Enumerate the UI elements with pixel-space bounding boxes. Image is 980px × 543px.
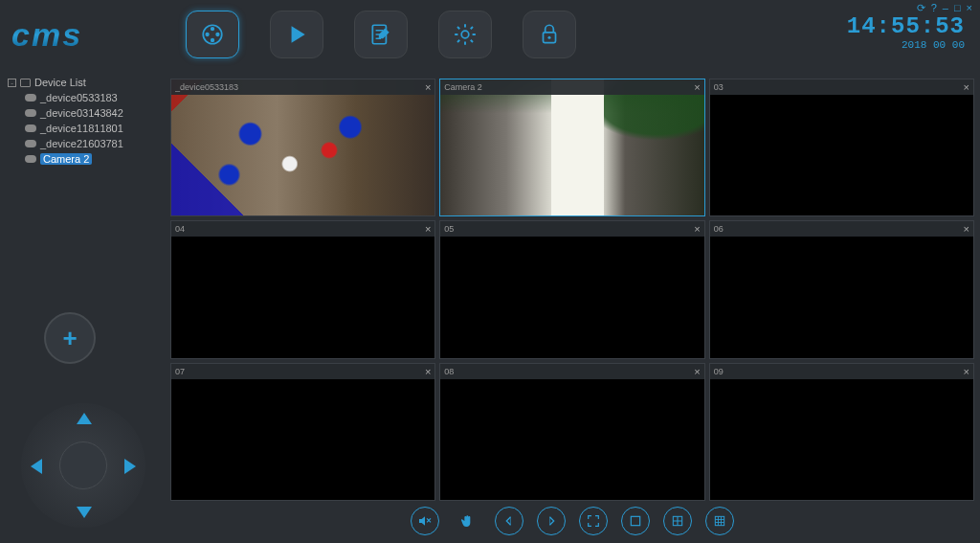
clock-time: 14:55:53 bbox=[847, 13, 965, 39]
cell-title: Camera 2 bbox=[444, 82, 694, 92]
tree-root-label: Device List bbox=[34, 77, 86, 88]
camera-feed bbox=[440, 79, 703, 215]
svg-rect-9 bbox=[631, 516, 639, 525]
video-cell[interactable]: 05× bbox=[439, 220, 704, 358]
video-cell[interactable]: Camera 2× bbox=[439, 79, 704, 216]
camera-feed bbox=[171, 79, 434, 215]
sidebar: - Device List _device0533183 _device0314… bbox=[0, 69, 170, 543]
cloud-icon bbox=[25, 155, 36, 163]
live-view-button[interactable] bbox=[186, 11, 239, 58]
gear-icon bbox=[453, 22, 478, 47]
hand-icon bbox=[459, 513, 475, 529]
cloud-icon bbox=[25, 94, 36, 102]
play-icon bbox=[284, 22, 309, 47]
cell-header: 09× bbox=[710, 364, 973, 379]
add-device-button[interactable]: + bbox=[44, 312, 96, 364]
cell-title: 09 bbox=[714, 367, 964, 376]
grid-4-icon bbox=[670, 513, 685, 529]
ptz-down-button[interactable] bbox=[77, 507, 92, 518]
fullscreen-button[interactable] bbox=[579, 507, 608, 535]
tree-item-label: _device11811801 bbox=[40, 123, 123, 134]
drag-button[interactable] bbox=[453, 507, 481, 535]
tree-item[interactable]: _device03143842 bbox=[8, 105, 163, 121]
cell-title: 04 bbox=[175, 224, 425, 234]
document-edit-icon bbox=[368, 22, 393, 47]
ptz-up-button[interactable] bbox=[77, 413, 92, 424]
plus-icon: + bbox=[62, 324, 77, 353]
cell-title: 06 bbox=[714, 224, 964, 234]
page-next-icon bbox=[544, 513, 559, 529]
tree-item[interactable]: _device11811801 bbox=[8, 121, 163, 136]
speaker-mute-icon bbox=[417, 513, 433, 529]
cell-close-button[interactable]: × bbox=[694, 223, 700, 235]
cell-close-button[interactable]: × bbox=[425, 81, 431, 93]
collapse-icon[interactable]: - bbox=[8, 79, 16, 87]
cell-close-button[interactable]: × bbox=[694, 366, 700, 377]
mute-button[interactable] bbox=[411, 507, 439, 535]
fullscreen-icon bbox=[586, 513, 601, 529]
cell-title: 03 bbox=[714, 82, 964, 92]
cell-header: _device0533183× bbox=[171, 79, 434, 95]
log-button[interactable] bbox=[354, 11, 408, 58]
svg-point-2 bbox=[215, 33, 219, 36]
cloud-icon bbox=[25, 140, 36, 147]
video-cell[interactable]: _device0533183× bbox=[170, 79, 435, 216]
lock-button[interactable] bbox=[523, 11, 576, 58]
top-bar: cms 14:55:53 2018 00 00 bbox=[0, 0, 980, 69]
cell-close-button[interactable]: × bbox=[694, 81, 700, 93]
svg-point-4 bbox=[211, 38, 214, 42]
cell-header: 06× bbox=[710, 221, 973, 237]
main-toolbar bbox=[186, 11, 576, 58]
video-cell[interactable]: 09× bbox=[709, 363, 974, 501]
app-logo: cms bbox=[11, 16, 174, 54]
video-cell[interactable]: 08× bbox=[439, 363, 704, 501]
video-cell[interactable]: 07× bbox=[170, 363, 435, 501]
cell-header: 04× bbox=[171, 221, 434, 237]
clock: 14:55:53 2018 00 00 bbox=[847, 13, 965, 51]
ptz-ring bbox=[21, 403, 145, 528]
ptz-center-button[interactable] bbox=[59, 441, 107, 489]
svg-rect-11 bbox=[715, 516, 724, 525]
ptz-left-button[interactable] bbox=[31, 459, 42, 474]
page-prev-icon bbox=[501, 513, 517, 529]
bottom-toolbar bbox=[170, 503, 974, 539]
cloud-icon bbox=[25, 109, 36, 117]
tree-item-label: _device0533183 bbox=[40, 92, 118, 103]
video-grid: _device0533183×Camera 2×03×04×05×06×07×0… bbox=[170, 79, 974, 501]
playback-button[interactable] bbox=[270, 11, 323, 58]
cell-header: 07× bbox=[171, 364, 434, 379]
video-cell[interactable]: 04× bbox=[170, 220, 435, 358]
cell-close-button[interactable]: × bbox=[425, 366, 431, 377]
ptz-right-button[interactable] bbox=[124, 459, 136, 474]
layout-1-button[interactable] bbox=[621, 507, 650, 535]
cell-header: 03× bbox=[710, 79, 973, 95]
device-tree: - Device List _device0533183 _device0314… bbox=[0, 69, 170, 172]
settings-button[interactable] bbox=[438, 11, 492, 58]
cell-header: 08× bbox=[440, 364, 703, 379]
next-page-button[interactable] bbox=[537, 507, 566, 535]
cell-close-button[interactable]: × bbox=[964, 81, 969, 93]
monitor-icon bbox=[20, 79, 31, 87]
cell-title: 05 bbox=[444, 224, 694, 234]
clock-date: 2018 00 00 bbox=[847, 39, 965, 51]
ptz-control bbox=[21, 403, 145, 528]
tree-item[interactable]: _device0533183 bbox=[8, 90, 163, 105]
cell-close-button[interactable]: × bbox=[964, 223, 969, 235]
layout-9-button[interactable] bbox=[705, 507, 734, 535]
grid-1-icon bbox=[628, 513, 643, 529]
cell-close-button[interactable]: × bbox=[425, 223, 431, 235]
close-window-icon[interactable]: × bbox=[967, 2, 972, 14]
video-grid-area: _device0533183×Camera 2×03×04×05×06×07×0… bbox=[170, 79, 974, 501]
tree-item[interactable]: Camera 2 bbox=[8, 151, 163, 167]
tree-item-label: Camera 2 bbox=[40, 153, 92, 165]
cell-header: 05× bbox=[440, 221, 703, 237]
video-cell[interactable]: 06× bbox=[709, 220, 974, 358]
tree-item[interactable]: _device21603781 bbox=[8, 136, 163, 151]
grid-9-icon bbox=[712, 513, 727, 529]
cell-close-button[interactable]: × bbox=[964, 366, 969, 377]
tree-item-label: _device21603781 bbox=[40, 138, 123, 149]
layout-4-button[interactable] bbox=[663, 507, 692, 535]
prev-page-button[interactable] bbox=[495, 507, 523, 535]
video-cell[interactable]: 03× bbox=[709, 79, 974, 216]
tree-root[interactable]: - Device List bbox=[8, 75, 163, 90]
